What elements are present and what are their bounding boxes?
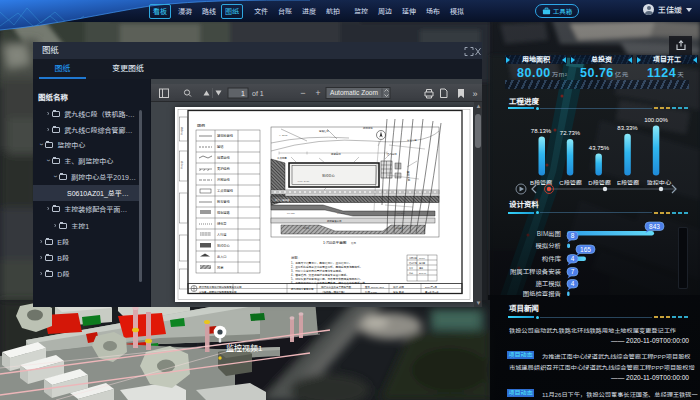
- svg-text:风亭: 风亭: [217, 266, 224, 270]
- svg-text:工点范围: 工点范围: [277, 157, 287, 160]
- svg-text:规划道路: 规划道路: [217, 210, 231, 215]
- svg-text:Automatic Zoom: Automatic Zoom: [330, 89, 379, 96]
- svg-text:100.00%: 100.00%: [644, 117, 668, 123]
- svg-text:建设单位: 建设单位: [180, 127, 184, 135]
- svg-text:日期: 日期: [409, 272, 413, 274]
- svg-text:模拟分析: 模拟分析: [535, 242, 561, 250]
- svg-text:43.75%: 43.75%: [589, 145, 610, 151]
- svg-text:围墙: 围墙: [217, 145, 224, 149]
- svg-text:复核 李强: 复核 李强: [393, 290, 404, 294]
- svg-text:72.73%: 72.73%: [560, 130, 581, 136]
- svg-text:施工图: 施工图: [419, 262, 425, 265]
- svg-text:−: −: [300, 88, 305, 98]
- svg-text:附属工程设备安装: 附属工程设备安装: [510, 268, 562, 276]
- svg-text:第1张 共1张: 第1张 共1张: [425, 290, 439, 294]
- svg-text:比例: 比例: [351, 241, 356, 245]
- svg-text:开挖边线: 开挖边线: [217, 177, 231, 182]
- svg-text:设计单位: 设计单位: [180, 161, 184, 169]
- svg-text:设计阶段: 设计阶段: [409, 261, 417, 265]
- svg-text:8: 8: [571, 232, 575, 239]
- svg-text:2、坐标系统采用武汉市城建坐标系，高程采用黄海高程系。: 2、坐标系统采用武汉市城建坐标系，高程采用黄海高程系。: [291, 265, 362, 269]
- svg-text:友谊大道: 友谊大道: [407, 138, 417, 142]
- svg-text:绿化带: 绿化带: [303, 226, 310, 229]
- svg-text:±0.00=24.50: ±0.00=24.50: [297, 180, 310, 182]
- svg-text:83.33%: 83.33%: [617, 125, 638, 131]
- svg-text:监控中心室外总平面布置图: 监控中心室外总平面布置图: [321, 285, 352, 289]
- svg-text:工程编号: 工程编号: [409, 257, 417, 260]
- svg-text:4: 4: [571, 255, 575, 262]
- svg-text:人行道: 人行道: [217, 232, 227, 237]
- svg-text:（铁机路—建设十路）: （铁机路—建设十路）: [321, 290, 346, 294]
- svg-text:监控中心: 监控中心: [322, 173, 336, 178]
- svg-text:»: »: [472, 89, 477, 99]
- svg-text:建筑轮廓线: 建筑轮廓线: [217, 134, 234, 138]
- svg-text:监控中心: 监控中心: [217, 243, 231, 248]
- svg-text:冠梁边线: 冠梁边线: [331, 152, 341, 156]
- svg-text:监控视频1: 监控视频1: [226, 344, 263, 353]
- svg-text:支护结构: 支护结构: [217, 167, 230, 171]
- svg-text:6、本图仅供监控中心总平面布置参考，施工以会审后图纸为准。: 6、本图仅供监控中心总平面布置参考，施工以会审后图纸为准。: [291, 281, 368, 285]
- svg-text:图纸检查报告: 图纸检查报告: [523, 290, 562, 297]
- svg-text:2019年6月: 2019年6月: [425, 285, 437, 289]
- svg-text:道路红线: 道路红线: [319, 129, 329, 133]
- svg-text:绿化带: 绿化带: [217, 221, 227, 226]
- svg-text:既有管线: 既有管线: [217, 200, 231, 204]
- svg-text:施工模拟: 施工模拟: [535, 280, 561, 288]
- svg-text:78.13%: 78.13%: [531, 128, 552, 134]
- svg-text:说明：: 说明：: [291, 256, 301, 260]
- svg-text:+: +: [316, 88, 321, 98]
- svg-text:1、本图尺寸以毫米计，高程以米计，坐标以米计。: 1、本图尺寸以毫米计，高程以米计，坐标以米计。: [291, 261, 352, 265]
- svg-text:1:750总平面图: 1:750总平面图: [323, 240, 347, 245]
- svg-text:X=3795: X=3795: [279, 134, 288, 137]
- svg-text:武九线综合管廊工程: 武九线综合管廊工程: [291, 287, 314, 291]
- svg-text:构件库: 构件库: [542, 255, 562, 263]
- svg-text:冠梁边线: 冠梁边线: [217, 155, 231, 160]
- svg-text:7: 7: [571, 268, 575, 275]
- svg-text:建筑: 建筑: [419, 267, 423, 270]
- svg-text:3、监控中心总平面布置详见建筑专业图纸。: 3、监控中心总平面布置详见建筑专业图纸。: [291, 269, 344, 273]
- svg-text:设计 张明: 设计 张明: [393, 285, 404, 289]
- svg-text:of 1: of 1: [252, 90, 264, 97]
- svg-text:图号 S0610AZ01: 图号 S0610AZ01: [365, 286, 385, 289]
- svg-text:专业: 专业: [409, 267, 413, 270]
- svg-text:2019.06: 2019.06: [419, 272, 427, 274]
- svg-text:BIM出图: BIM出图: [537, 230, 561, 237]
- svg-text:规划绿地: 规划绿地: [363, 126, 373, 130]
- svg-text:规划道路中线: 规划道路中线: [327, 219, 342, 223]
- svg-text:工点范围线: 工点范围线: [217, 189, 234, 193]
- svg-text:出入口: 出入口: [217, 255, 227, 259]
- svg-text:4、管线迁改、交通疏解详见相关专业设计图纸。: 4、管线迁改、交通疏解详见相关专业设计图纸。: [291, 273, 349, 277]
- svg-text:武九线综合管廊: 武九线综合管廊: [367, 206, 384, 210]
- svg-text:武汉市政工程设计研究院有限责任公司: 武汉市政工程设计研究院有限责任公司: [199, 285, 242, 289]
- svg-text:中铁第一勘察设计院集团有限公司: 中铁第一勘察设计院集团有限公司: [199, 290, 237, 294]
- svg-text:图例: 图例: [197, 123, 205, 128]
- svg-text:比例 1:750: 比例 1:750: [365, 290, 378, 294]
- svg-text:K0+360: K0+360: [397, 212, 405, 214]
- svg-text:1: 1: [241, 90, 245, 97]
- svg-text:843: 843: [649, 223, 660, 230]
- svg-text:165: 165: [580, 246, 591, 253]
- svg-text:S0610: S0610: [419, 257, 426, 259]
- svg-text:K0+240: K0+240: [337, 212, 345, 214]
- svg-text:5、绿化恢复详见景观设计图，未尽事宜参照相关规范执行。: 5、绿化恢复详见景观设计图，未尽事宜参照相关规范执行。: [291, 277, 362, 281]
- svg-text:和平大道辅路: 和平大道辅路: [275, 198, 290, 202]
- svg-text:K0+120: K0+120: [287, 212, 295, 214]
- svg-text:4: 4: [571, 280, 575, 287]
